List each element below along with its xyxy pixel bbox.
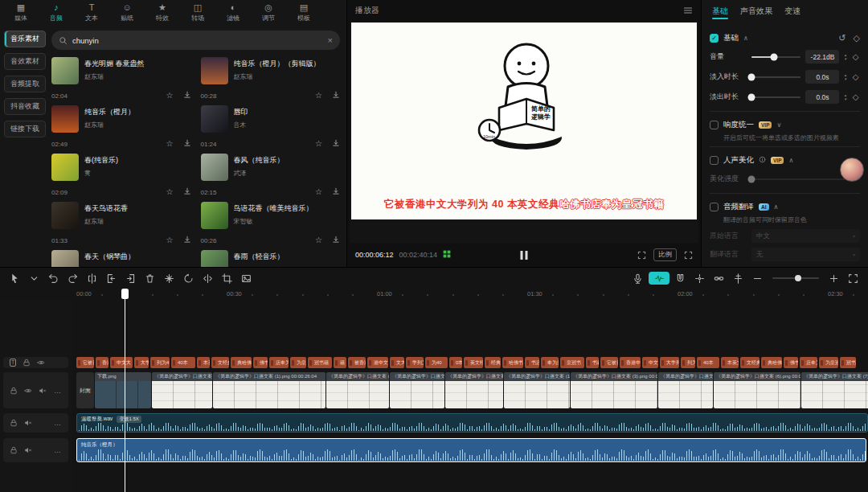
- fade-out-keyframe-icon[interactable]: ◇: [851, 92, 860, 101]
- subtitle-clip[interactable]: 经典哈: [485, 357, 501, 368]
- favorite-icon[interactable]: ☆: [166, 92, 174, 100]
- lock-icon[interactable]: [10, 387, 18, 395]
- download-icon[interactable]: [332, 236, 340, 245]
- zoom-out-icon[interactable]: [749, 270, 766, 286]
- lock-icon[interactable]: [10, 446, 18, 454]
- subtitle-clip[interactable]: 列为4: [681, 357, 695, 368]
- favorite-icon[interactable]: ☆: [315, 140, 322, 148]
- timeline-ruler[interactable]: 00:0000:3001:0001:3002:0002:30: [72, 289, 868, 300]
- mute-icon[interactable]: [24, 419, 32, 427]
- top-tab-effects[interactable]: ★ 特效: [145, 0, 180, 24]
- subtitle-clip[interactable]: 书店奉: [525, 357, 539, 368]
- basic-checkbox[interactable]: ✓: [710, 34, 719, 43]
- subtitle-clip[interactable]: 奉为皇: [541, 357, 559, 368]
- music-item[interactable]: 春雨（轻音乐） ☆: [201, 250, 341, 267]
- download-icon[interactable]: [183, 236, 191, 245]
- inspector-tab-基础[interactable]: 基础: [712, 0, 728, 23]
- video-clip[interactable]: 《简单的逻辑学》口播文案 (3).png 00:0: [571, 372, 657, 408]
- audio-track-header[interactable]: …: [3, 413, 68, 433]
- timeline-zoom-slider[interactable]: [772, 277, 819, 279]
- source-language-select[interactable]: 中文▾: [751, 229, 860, 243]
- volume-stepper[interactable]: ▴▾: [844, 53, 846, 61]
- sidebar-item[interactable]: 音频提取: [4, 76, 46, 92]
- video-preview[interactable]: 简单的 逻辑学 10min 它被香港中文大学列为 40 本英文经典哈佛书店奉为皇…: [351, 23, 697, 219]
- subtitle-clip[interactable]: 为40: [425, 357, 448, 368]
- subtitle-clip[interactable]: 中文大: [110, 357, 133, 368]
- search-input[interactable]: chunyin ×: [51, 31, 340, 50]
- favorite-icon[interactable]: ☆: [166, 188, 174, 196]
- music-item[interactable]: 春光明媚 春意盎然 赵东瑞 02:04 ☆: [51, 57, 191, 100]
- pause-button[interactable]: [521, 251, 528, 260]
- sidebar-item[interactable]: 抖音收藏: [4, 98, 46, 115]
- subtitle-clip[interactable]: 冠书籍: [840, 357, 856, 368]
- top-tab-transition[interactable]: ◫ 转场: [180, 0, 215, 24]
- top-tab-adjust[interactable]: ◎ 调节: [251, 0, 286, 24]
- subtitle-clip[interactable]: 书籍: [586, 357, 599, 368]
- video-clip[interactable]: 《简单的逻辑学》口播文案 (6).png 00:00: [714, 372, 800, 408]
- select-caret-icon[interactable]: [26, 270, 43, 286]
- subtitle-clip[interactable]: 为皇冠: [819, 357, 838, 368]
- subtitle-clip[interactable]: 被香港: [348, 357, 366, 368]
- video-clip[interactable]: 《简单的逻辑学》口播文案.png: [152, 372, 212, 408]
- audio-clip[interactable]: 温暖祭奠.wav 变速1.5X: [76, 413, 868, 433]
- download-icon[interactable]: [332, 187, 340, 197]
- auto-snap-icon[interactable]: [691, 270, 708, 286]
- subtitle-clip[interactable]: 哈佛书: [502, 357, 523, 368]
- more-icon[interactable]: …: [54, 419, 62, 427]
- collapse-icon[interactable]: ∧: [743, 35, 748, 42]
- subtitle-clip[interactable]: 佛书店: [253, 357, 268, 368]
- favorite-icon[interactable]: ☆: [315, 92, 322, 100]
- audio-visualize-icon[interactable]: [649, 272, 669, 285]
- zoom-in-icon[interactable]: [825, 270, 842, 286]
- video-clip[interactable]: 《简单的逻辑学》口播文案 (5).png 00:00: [658, 372, 713, 408]
- crop-icon[interactable]: [219, 270, 235, 286]
- subtitle-clip[interactable]: 它被香: [76, 357, 94, 368]
- music-item[interactable]: 春风（纯音乐） 武泽 02:15 ☆: [201, 154, 341, 197]
- preview-axis-icon[interactable]: [730, 270, 747, 286]
- subtitle-clip[interactable]: 中文大: [642, 357, 658, 368]
- video-clip[interactable]: 《简单的逻辑学》口播文案 (1).png 00:00:26:04: [213, 372, 326, 408]
- sidebar-item[interactable]: 音乐素材: [4, 31, 46, 47]
- fade-out-value[interactable]: 0.0s: [805, 90, 839, 104]
- subtitle-clip[interactable]: 文经典: [740, 357, 760, 368]
- clear-search-icon[interactable]: ×: [328, 35, 333, 45]
- loudness-checkbox[interactable]: [710, 121, 719, 129]
- text-track-header[interactable]: T: [3, 357, 68, 368]
- lock-icon[interactable]: [23, 359, 31, 367]
- subtitle-clip[interactable]: 典哈佛: [761, 357, 782, 368]
- lock-icon[interactable]: [10, 419, 18, 427]
- fade-in-slider[interactable]: [751, 76, 800, 78]
- translate-checkbox[interactable]: [710, 203, 719, 211]
- video-clip[interactable]: 下载.png: [95, 372, 151, 408]
- volume-slider[interactable]: [751, 56, 800, 58]
- sidebar-item[interactable]: 链接下载: [4, 121, 46, 137]
- download-icon[interactable]: [332, 91, 340, 100]
- top-tab-media[interactable]: ▦ 媒体: [3, 0, 39, 24]
- fit-timeline-icon[interactable]: [845, 270, 862, 286]
- subtitle-clip[interactable]: 40本: [171, 357, 195, 368]
- delete-right-icon[interactable]: [122, 270, 139, 286]
- ratio-button[interactable]: 比例: [653, 248, 677, 261]
- video-track-header[interactable]: …: [3, 372, 68, 408]
- delete-icon[interactable]: [141, 270, 158, 286]
- info-icon[interactable]: [759, 156, 766, 165]
- subtitle-clip[interactable]: 香港中: [96, 357, 108, 368]
- more-icon[interactable]: …: [54, 446, 62, 454]
- music-item[interactable]: 鸟语花香（唯美纯音乐） 宋智敏 00:26 ☆: [201, 202, 341, 245]
- subtitle-clip[interactable]: 港中文: [367, 357, 388, 368]
- subtitle-clip[interactable]: 佛书店: [784, 357, 798, 368]
- subtitle-clip[interactable]: 文大学: [390, 357, 404, 368]
- subtitle-clip[interactable]: 本英文: [197, 357, 210, 368]
- subtitle-clip[interactable]: 40本: [697, 357, 719, 368]
- download-icon[interactable]: [183, 187, 191, 197]
- matting-icon[interactable]: [238, 270, 255, 286]
- sidebar-item[interactable]: 音效素材: [4, 53, 46, 70]
- download-icon[interactable]: [332, 139, 340, 149]
- subtitle-clip[interactable]: 它被香: [600, 357, 618, 368]
- inspector-tab-变速[interactable]: 变速: [784, 0, 800, 23]
- subtitle-clip[interactable]: 为皇冠: [290, 357, 306, 368]
- main-track-magnet-icon[interactable]: [672, 270, 689, 286]
- undo-icon[interactable]: [45, 270, 62, 286]
- music-item[interactable]: 春(纯音乐) 黄 02:09 ☆: [51, 154, 191, 197]
- video-clip[interactable]: 《简单的逻辑学》口播文案 (4).p: [390, 372, 444, 408]
